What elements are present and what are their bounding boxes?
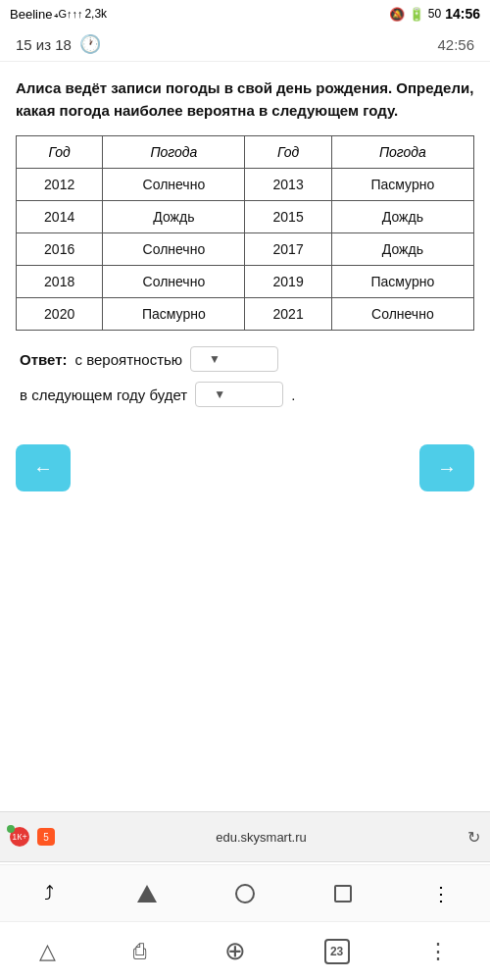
chevron-down-icon-2: ▼	[214, 387, 225, 401]
notif-count: 5	[43, 832, 49, 843]
col-header-year2: Год	[245, 136, 331, 169]
notification-badge: 5	[37, 828, 55, 846]
cell-2-1: Солнечно	[103, 233, 245, 266]
answer-section: Ответ: с вероятностью ▼ в следующем году…	[16, 346, 474, 407]
time-label: 14:56	[445, 6, 480, 22]
col-header-year1: Год	[17, 136, 103, 169]
weather-table: Год Погода Год Погода 2012Солнечно2013Па…	[16, 135, 474, 331]
cell-0-2: 2013	[245, 169, 331, 201]
tab-more[interactable]: ⋮	[427, 939, 451, 964]
tab-add[interactable]: ⊕	[224, 936, 246, 966]
answer-row-1: Ответ: с вероятностью ▼	[20, 346, 470, 372]
top-bar: 15 из 18 🕐 42:56	[0, 27, 490, 62]
cell-2-2: 2017	[245, 233, 331, 266]
signal-icon: ₄G↑↑↑	[54, 8, 82, 21]
recents-nav-button[interactable]	[325, 876, 361, 911]
bottom-tabs: △ ⎙ ⊕ 23 ⋮	[0, 921, 490, 980]
network-speed: 2,3k	[84, 7, 107, 21]
add-icon: ⊕	[224, 936, 246, 966]
answer-prefix1: Ответ:	[20, 351, 68, 368]
page-count-label: 23	[330, 945, 343, 958]
alarm-icon: 🔕	[389, 7, 405, 22]
table-header-row: Год Погода Год Погода	[17, 136, 474, 169]
share-button[interactable]: ⤴	[31, 876, 67, 911]
browser-bar: 1К+ 5 edu.skysmart.ru ↻	[0, 811, 490, 862]
table-row: 2018Солнечно2019Пасмурно	[17, 266, 474, 298]
table-row: 2020Пасмурно2021Солнечно	[17, 298, 474, 331]
table-row: 2012Солнечно2013Пасмурно	[17, 169, 474, 201]
question-text: Алиса ведёт записи погоды в свой день ро…	[16, 77, 474, 122]
home-icon: △	[39, 939, 56, 964]
answer-label: Ответ:	[20, 351, 68, 368]
back-arrow-icon: ←	[33, 457, 53, 480]
answer-row-2: в следующем году будет ▼ .	[20, 382, 470, 407]
chevron-down-icon-1: ▼	[209, 352, 220, 366]
cell-4-1: Пасмурно	[103, 298, 245, 331]
cell-1-0: 2014	[17, 201, 103, 233]
probability-prefix: с вероятностью	[75, 351, 183, 368]
carrier-label: Beeline	[10, 7, 52, 22]
navigation-buttons: ← →	[0, 427, 490, 509]
cell-3-1: Солнечно	[103, 266, 245, 298]
dots-icon: ⋮	[431, 882, 451, 905]
tab-share[interactable]: ⎙	[133, 939, 146, 964]
share-icon: ⤴	[44, 882, 54, 904]
table-row: 2014Дождь2015Дождь	[17, 201, 474, 233]
dot-separator: .	[291, 387, 295, 403]
progress-label: 15 из 18	[16, 36, 72, 53]
col-header-weather2: Погода	[331, 136, 473, 169]
back-button[interactable]: ←	[16, 444, 71, 491]
status-right: 🔕 🔋 50 14:56	[389, 6, 480, 22]
forward-button[interactable]: →	[419, 444, 474, 491]
url-text: edu.skysmart.ru	[216, 830, 306, 845]
clock-icon: 🕐	[79, 33, 101, 55]
page-count-badge: 23	[324, 939, 350, 964]
cell-2-3: Дождь	[331, 233, 473, 266]
cell-3-2: 2019	[245, 266, 331, 298]
cell-1-2: 2015	[245, 201, 331, 233]
table-row: 2016Солнечно2017Дождь	[17, 233, 474, 266]
cell-3-0: 2018	[17, 266, 103, 298]
battery-label: 50	[428, 7, 441, 21]
more-icon: ⋮	[427, 939, 451, 964]
cell-4-0: 2020	[17, 298, 103, 331]
square-icon	[334, 885, 352, 903]
refresh-icon[interactable]: ↻	[467, 828, 480, 847]
cell-1-3: Дождь	[331, 201, 473, 233]
cell-0-0: 2012	[17, 169, 103, 201]
cell-4-2: 2021	[245, 298, 331, 331]
android-nav-bar: ⤴ ⋮	[0, 864, 490, 921]
status-left: Beeline ₄G↑↑↑ 2,3k	[10, 7, 107, 22]
notification-dot: 1К+	[10, 827, 29, 847]
probability-dropdown[interactable]: ▼	[190, 346, 278, 372]
battery-icon: 🔋	[409, 7, 424, 22]
content-area: Алиса ведёт записи погоды в свой день ро…	[0, 62, 490, 427]
timer-display: 42:56	[437, 36, 474, 53]
tab-count-label: 1К+	[12, 832, 27, 842]
col-header-weather1: Погода	[103, 136, 245, 169]
triangle-icon	[137, 885, 157, 903]
tab-pages[interactable]: 23	[324, 939, 350, 964]
tab-home[interactable]: △	[39, 939, 56, 964]
weather-dropdown[interactable]: ▼	[195, 382, 283, 407]
forward-arrow-icon: →	[437, 457, 457, 480]
menu-button[interactable]: ⋮	[423, 876, 459, 911]
status-bar: Beeline ₄G↑↑↑ 2,3k 🔕 🔋 50 14:56	[0, 0, 490, 27]
weather-prefix: в следующем году будет	[20, 387, 187, 403]
cell-2-0: 2016	[17, 233, 103, 266]
cell-1-1: Дождь	[103, 201, 245, 233]
cell-3-3: Пасмурно	[331, 266, 473, 298]
share-tab-icon: ⎙	[133, 939, 146, 964]
cell-0-3: Пасмурно	[331, 169, 473, 201]
home-nav-button[interactable]	[227, 876, 263, 911]
progress-info: 15 из 18 🕐	[16, 33, 101, 55]
url-bar[interactable]: edu.skysmart.ru	[63, 830, 460, 845]
cell-0-1: Солнечно	[103, 169, 245, 201]
circle-icon	[235, 884, 255, 903]
back-nav-button[interactable]	[129, 876, 165, 911]
cell-4-3: Солнечно	[331, 298, 473, 331]
